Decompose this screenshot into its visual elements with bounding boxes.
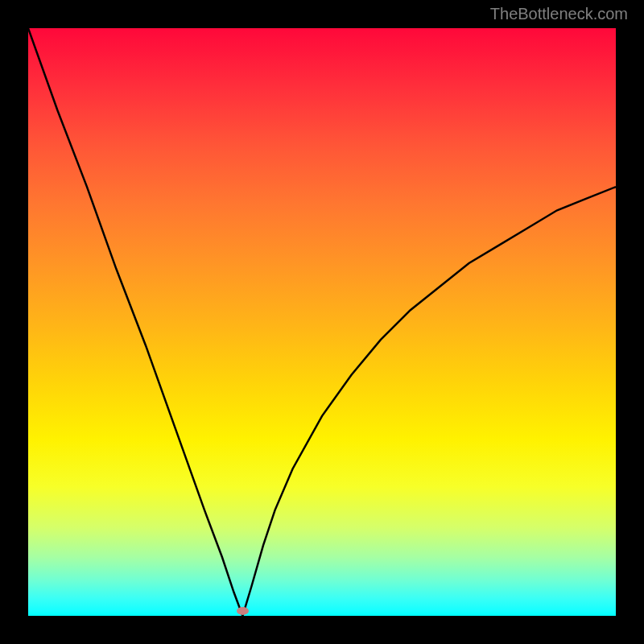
curve-svg (28, 28, 616, 616)
chart-frame: TheBottleneck.com (0, 0, 644, 644)
plot-area (28, 28, 616, 616)
bottleneck-curve (28, 28, 616, 616)
watermark-text: TheBottleneck.com (490, 5, 628, 23)
